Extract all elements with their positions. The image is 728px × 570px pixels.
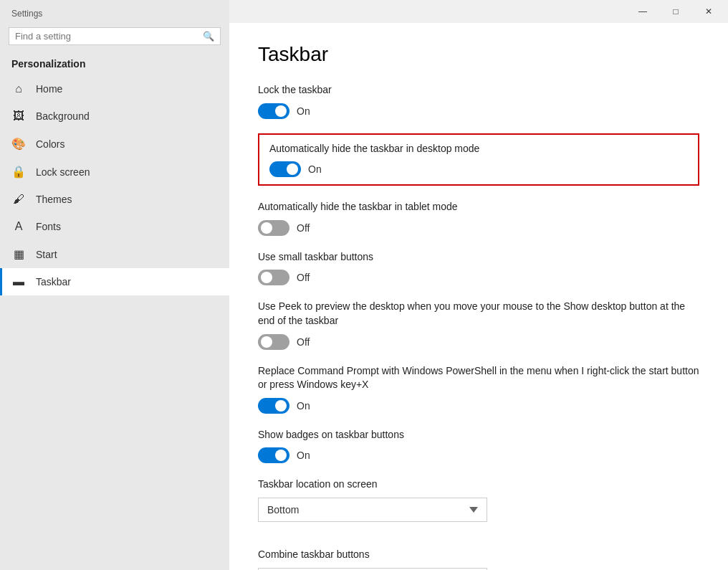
sidebar-item-lock-screen[interactable]: 🔒Lock screen [0, 158, 229, 186]
setting-label-auto-hide-desktop: Automatically hide the taskbar in deskto… [269, 142, 688, 156]
maximize-button[interactable]: □ [659, 0, 692, 23]
setting-small-buttons: Use small taskbar buttonsOff [258, 250, 699, 286]
fonts-icon: A [11, 220, 26, 233]
sidebar-item-taskbar[interactable]: ▬Taskbar [0, 268, 229, 295]
sidebar-item-label: Fonts [36, 221, 61, 232]
app-title: Settings [0, 0, 229, 23]
combine-buttons-setting: Combine taskbar buttons Always, hide lab… [258, 548, 699, 570]
setting-peek-preview: Use Peek to preview the desktop when you… [258, 300, 699, 349]
sidebar-item-background[interactable]: 🖼Background [0, 103, 229, 130]
settings-list: Lock the taskbarOnAutomatically hide the… [258, 83, 699, 463]
sidebar-item-label: Start [36, 249, 57, 260]
toggle-label-peek-preview: Off [297, 336, 310, 348]
sidebar-item-home[interactable]: ⌂Home [0, 75, 229, 103]
page-title: Taskbar [258, 43, 699, 66]
toggle-peek-preview[interactable] [258, 334, 289, 350]
sidebar-item-colors[interactable]: 🎨Colors [0, 130, 229, 158]
sidebar-item-label: Home [36, 83, 62, 95]
toggle-label-lock-taskbar: On [297, 105, 310, 117]
toggle-replace-cmd[interactable] [258, 398, 289, 414]
content-area: Taskbar Lock the taskbarOnAutomatically … [229, 23, 728, 570]
lock-screen-icon: 🔒 [11, 165, 26, 179]
sidebar-item-label: Background [36, 110, 90, 122]
minimize-button[interactable]: — [626, 0, 659, 23]
home-icon: ⌂ [11, 82, 26, 95]
search-box[interactable]: 🔍 [9, 27, 221, 45]
setting-label-replace-cmd: Replace Command Prompt with Windows Powe… [258, 364, 699, 392]
setting-replace-cmd: Replace Command Prompt with Windows Powe… [258, 364, 699, 414]
sidebar-item-fonts[interactable]: AFonts [0, 213, 229, 240]
search-input[interactable] [15, 31, 203, 42]
combine-buttons-select[interactable]: Always, hide labelsWhen taskbar is fullN… [258, 568, 487, 570]
toggle-small-buttons[interactable] [258, 270, 289, 285]
setting-lock-taskbar: Lock the taskbarOn [258, 83, 699, 119]
nav-list: ⌂Home🖼Background🎨Colors🔒Lock screen🖌Them… [0, 75, 229, 295]
search-icon: 🔍 [203, 31, 214, 42]
background-icon: 🖼 [11, 110, 26, 123]
setting-label-lock-taskbar: Lock the taskbar [258, 83, 699, 98]
titlebar: — □ ✕ [229, 0, 728, 23]
toggle-auto-hide-desktop[interactable] [269, 161, 301, 177]
setting-label-small-buttons: Use small taskbar buttons [258, 250, 699, 265]
combine-buttons-label: Combine taskbar buttons [258, 548, 699, 562]
taskbar-location-label: Taskbar location on screen [258, 478, 699, 492]
close-button[interactable]: ✕ [692, 0, 725, 23]
setting-auto-hide-desktop: Automatically hide the taskbar in deskto… [258, 133, 699, 186]
sidebar-item-label: Lock screen [36, 166, 90, 178]
setting-show-badges: Show badges on taskbar buttonsOn [258, 428, 699, 464]
sidebar-heading: Personalization [0, 52, 229, 75]
setting-label-auto-hide-tablet: Automatically hide the taskbar in tablet… [258, 200, 699, 214]
taskbar-location-setting: Taskbar location on screen BottomTopLeft… [258, 478, 699, 522]
sidebar-item-label: Taskbar [36, 276, 71, 288]
setting-auto-hide-tablet: Automatically hide the taskbar in tablet… [258, 200, 699, 236]
sidebar-item-label: Themes [36, 194, 72, 205]
sidebar-item-themes[interactable]: 🖌Themes [0, 186, 229, 213]
taskbar-icon: ▬ [11, 275, 26, 288]
toggle-label-show-badges: On [297, 450, 310, 461]
toggle-label-auto-hide-desktop: On [308, 163, 322, 175]
setting-label-show-badges: Show badges on taskbar buttons [258, 428, 699, 442]
toggle-label-small-buttons: Off [297, 272, 310, 283]
toggle-label-auto-hide-tablet: Off [297, 222, 310, 234]
taskbar-location-select[interactable]: BottomTopLeftRight [258, 498, 487, 522]
toggle-show-badges[interactable] [258, 447, 289, 463]
toggle-label-replace-cmd: On [297, 400, 310, 412]
themes-icon: 🖌 [11, 193, 26, 206]
colors-icon: 🎨 [11, 137, 26, 151]
main-panel: — □ ✕ Taskbar Lock the taskbarOnAutomati… [229, 0, 728, 570]
setting-label-peek-preview: Use Peek to preview the desktop when you… [258, 300, 699, 328]
toggle-lock-taskbar[interactable] [258, 103, 289, 119]
toggle-auto-hide-tablet[interactable] [258, 220, 289, 236]
sidebar: Settings 🔍 Personalization ⌂Home🖼Backgro… [0, 0, 229, 570]
sidebar-item-start[interactable]: ▦Start [0, 240, 229, 268]
start-icon: ▦ [11, 247, 26, 261]
sidebar-item-label: Colors [36, 138, 64, 150]
